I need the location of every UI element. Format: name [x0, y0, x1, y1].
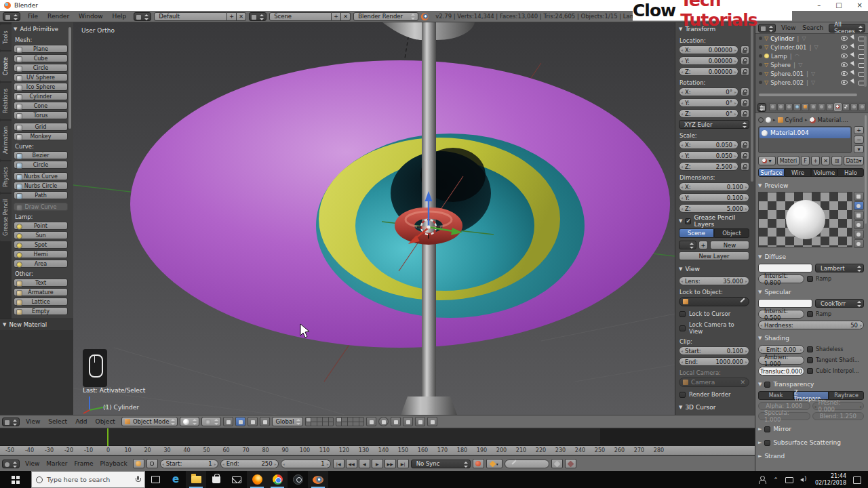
lens-field[interactable]: Lens:35.000 [679, 277, 749, 285]
toolshelf-scrollbar[interactable] [68, 27, 71, 129]
selectability-icon[interactable] [850, 43, 857, 51]
store-app-button[interactable] [206, 471, 226, 488]
specular-intensity-slider[interactable]: Intensit: 0.500 [758, 310, 804, 319]
emit-field[interactable]: Emit: 0.00 [758, 345, 804, 354]
expand-dot-icon[interactable] [759, 54, 762, 58]
rotation-y-field[interactable]: Y:0° [679, 98, 738, 107]
physics-icon[interactable] [859, 103, 866, 111]
add-lamp-button[interactable]: Spot [14, 241, 68, 249]
rotation-x-field[interactable]: X:0° [679, 87, 738, 96]
preview-sky-icon[interactable] [854, 239, 864, 248]
transport-button[interactable]: |◀ [333, 459, 344, 468]
selectability-icon[interactable] [850, 79, 857, 86]
layout-name[interactable]: Default [154, 12, 227, 21]
gp-object-toggle[interactable]: Object [714, 228, 749, 238]
expand-dot-icon[interactable] [759, 63, 762, 66]
type-halo-button[interactable]: Halo [837, 168, 864, 177]
preview-panel-header[interactable]: Preview [758, 181, 864, 190]
menu-item[interactable]: Playback [97, 460, 131, 467]
viewport-shading-select[interactable] [180, 417, 199, 426]
lock-object-field[interactable] [679, 297, 749, 306]
visibility-eye-icon[interactable] [841, 61, 848, 68]
visibility-eye-icon[interactable] [841, 43, 848, 51]
grease-pencil-panel-header[interactable]: Grease Pencil Layers [679, 216, 749, 226]
blender-app-button[interactable] [308, 471, 328, 488]
transport-button[interactable]: ▶▶ [384, 459, 396, 468]
keying-set-icon[interactable]: ▾ [486, 459, 502, 468]
scale-x-field[interactable]: X:0.050 [679, 140, 738, 149]
clip-start-field[interactable]: Start:0.100 [679, 346, 749, 355]
proportional-edit-icon[interactable] [378, 417, 389, 426]
translate-manipulator-icon[interactable] [235, 417, 245, 426]
timeline-track-area[interactable] [0, 428, 755, 446]
editor-type-button[interactable] [2, 460, 20, 468]
menu-item[interactable]: File [23, 13, 43, 20]
network-icon[interactable] [785, 476, 793, 484]
snap-element-icon[interactable] [403, 417, 413, 426]
auto-keyframe-icon[interactable] [133, 459, 144, 468]
people-icon[interactable] [758, 476, 766, 484]
add-curve-button[interactable]: Nurbs Curve [14, 172, 68, 180]
opengl-render-icon[interactable] [415, 417, 425, 426]
type-wire-button[interactable]: Wire [785, 168, 811, 177]
location-z-field[interactable]: Z:0.00000 [679, 67, 738, 76]
close-button[interactable]: × [857, 1, 863, 9]
pivot-point-select[interactable] [201, 417, 221, 426]
diffuse-ramp-checkbox[interactable] [807, 276, 813, 282]
diffuse-shader-select[interactable]: Lambert [815, 264, 864, 272]
preview-cube-icon[interactable] [854, 211, 864, 220]
lock-icon[interactable] [741, 98, 749, 107]
layers-widget-a[interactable] [305, 417, 334, 426]
texture-icon[interactable] [842, 103, 850, 111]
add-curve-button[interactable]: Circle [14, 161, 68, 169]
scale-manipulator-icon[interactable] [260, 417, 270, 426]
add-mesh-button[interactable]: Plane [14, 45, 68, 53]
volume-icon[interactable] [800, 476, 808, 484]
diffuse-color-swatch[interactable] [758, 264, 812, 272]
3d-viewport-scene[interactable] [73, 22, 675, 415]
add-layout-icon[interactable]: + [227, 12, 237, 21]
scene-name[interactable]: Scene [269, 12, 332, 21]
transport-button[interactable]: ▶ [372, 459, 383, 468]
sss-panel-header[interactable]: Subsurface Scattering [758, 438, 864, 447]
outliner-item-sphere-001[interactable]: ▽ Sphere.001 |▽ [755, 69, 868, 78]
material-slot-list[interactable]: Material.004 [758, 126, 852, 153]
add-curve-button[interactable]: Path [14, 191, 68, 199]
delete-scene-icon[interactable]: ✕ [341, 12, 351, 21]
add-curve-button[interactable]: Nurbs Circle [14, 182, 68, 190]
outliner-item-sphere[interactable]: ▽ Sphere |▽ [755, 60, 868, 69]
gp-new-layer-button[interactable]: New Layer [679, 251, 749, 260]
tab-animation[interactable]: Animation [0, 121, 12, 160]
frame-end-field[interactable]: End:250 [220, 460, 279, 468]
3d-viewport[interactable]: User Ortho Last: Activate/Select Y (1) C… [73, 22, 675, 415]
timeline-ruler[interactable]: -50-40-30-20-100102030405060708090100110… [0, 446, 755, 455]
shadeless-checkbox[interactable] [807, 346, 813, 352]
scene-field[interactable]: Scene + ✕ [269, 12, 351, 21]
clip-end-field[interactable]: End:1000.000 [679, 357, 749, 366]
mask-button[interactable]: Mask [758, 391, 793, 400]
dimension-z-field[interactable]: Z:5.000 [679, 204, 749, 213]
translucency-slider[interactable]: Transluc:0.000 [758, 367, 804, 375]
diffuse-panel-header[interactable]: Diffuse [758, 252, 864, 262]
firefox-app-button[interactable] [247, 471, 267, 488]
eyedropper-icon[interactable] [739, 299, 745, 305]
add-lamp-button[interactable]: Point [14, 222, 68, 230]
tab-create[interactable]: Create [0, 52, 12, 81]
rotation-z-field[interactable]: Z:0° [679, 109, 738, 118]
active-keyingset-field[interactable] [505, 460, 549, 468]
new-material-icon[interactable]: + [811, 156, 820, 165]
material-name-field[interactable]: Materi [777, 156, 800, 165]
sync-mode-select[interactable]: No Sync [411, 460, 471, 468]
taskbar-clock[interactable]: 21:44 02/12/2018 [815, 473, 846, 487]
menu-item[interactable]: View [22, 418, 44, 425]
lock-camera-checkbox[interactable] [679, 325, 686, 331]
start-button[interactable] [0, 471, 31, 488]
world-icon[interactable] [793, 103, 801, 111]
add-scene-icon[interactable]: + [332, 12, 341, 21]
render-icon[interactable] [769, 103, 776, 111]
menu-item[interactable]: Help [108, 13, 132, 20]
specular-panel-header[interactable]: Specular [758, 287, 864, 297]
insert-keyframe-icon[interactable] [551, 459, 563, 468]
hidden-icons-chevron[interactable]: ⌃ [773, 476, 778, 483]
type-volume-button[interactable]: Volume [811, 168, 837, 177]
